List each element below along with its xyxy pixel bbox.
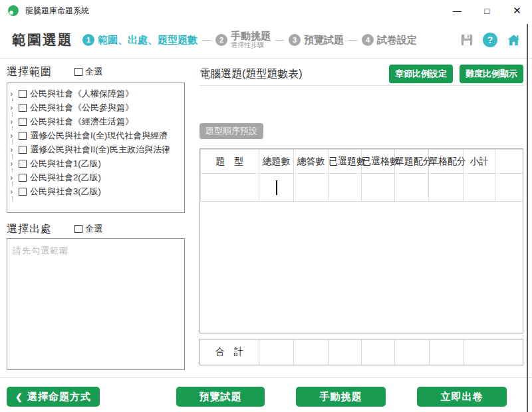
step-item[interactable]: — 2 手動挑題 選擇性步驟 [198,30,271,49]
source-title: 選擇出處 [7,222,52,236]
total-questions-cell[interactable] [259,174,294,202]
home-button[interactable] [506,33,521,47]
choose-method-label: 選擇命題方式 [27,391,91,403]
question-order-tag[interactable]: 題型順序預設 [200,123,263,139]
qtype-cell[interactable] [201,174,259,202]
totals-questions [259,339,293,365]
manual-pick-button[interactable]: 手動挑題 [296,387,386,407]
step-texts: 手動挑題 選擇性步驟 [231,30,271,49]
step-number-badge: 1 [82,34,94,46]
step-separator: — [348,35,357,45]
maximize-button[interactable]: □ [472,0,502,21]
column-header: 已選格數 [362,150,395,174]
tree-item[interactable]: › 公民與社會2(乙版) [7,170,184,184]
step-item[interactable]: — 1 範圍、出處、題型題數 [82,34,198,46]
window-border [527,24,528,412]
step-texts: 試卷設定 [377,34,417,45]
wizard-header: 範圍選題 — 1 範圍、出處、題型題數 — 2 手動挑題 [0,21,532,59]
totals-selected-blanks [361,339,394,365]
expand-chevron-icon[interactable]: › [10,173,18,182]
expand-chevron-icon[interactable]: › [10,89,18,98]
range-select-all[interactable]: 全選 [74,66,102,78]
main-header: 電腦選題(題型題數表) 章節比例設定 難度比例顯示 [200,63,523,85]
total-answers-cell[interactable] [294,174,329,202]
chapter-ratio-button[interactable]: 章節比例設定 [389,65,453,83]
step-texts: 預覽試題 [304,34,344,45]
item-checkbox[interactable] [19,146,27,154]
save-icon[interactable] [460,33,474,47]
main-title: 電腦選題(題型題數表) [200,67,303,81]
tree-item[interactable]: › 公民與社會《經濟生活篇》 [7,114,184,128]
generate-paper-button[interactable]: 立即出卷 [417,387,507,407]
source-select-all[interactable]: 全選 [74,223,102,235]
item-checkbox[interactable] [19,90,27,98]
column-header: 總題數 [259,150,294,174]
tree-item[interactable]: › 選修公民與社會II(全)民主政治與法律 [7,142,184,156]
titlebar: 龍騰題庫命題系統 — □ ✕ [0,0,532,21]
page-title: 範圍選題 [12,31,73,49]
divider [200,85,523,86]
source-placeholder: 請先勾選範圍 [13,246,68,256]
main-panel: 電腦選題(題型題數表) 章節比例設定 難度比例顯示 題型順序預設 題 型總題數總… [200,59,523,365]
step-item[interactable]: — 4 試卷設定 [344,34,417,46]
column-header: 單題配分 [395,150,429,174]
item-checkbox[interactable] [19,188,27,196]
step-label: 手動挑題 [231,30,271,41]
help-button[interactable]: ? [483,33,497,47]
step-number-badge: 2 [215,34,227,46]
expand-chevron-icon[interactable]: › [10,131,18,140]
expand-chevron-icon[interactable]: › [10,159,18,168]
range-tree: › 公民與社會《人權保障篇》 › 公民與社會《公民參與篇》 › 公民與社會《經濟… [7,83,185,213]
expand-chevron-icon[interactable]: › [10,103,18,112]
source-list: 請先勾選範圍 [7,238,185,370]
item-checkbox[interactable] [19,118,27,126]
tree-item[interactable]: › 選修公民與社會I(全)現代社會與經濟 [7,128,184,142]
item-checkbox[interactable] [19,174,27,182]
window-title: 龍騰題庫命題系統 [25,5,89,17]
tree-item[interactable]: › 公民與社會3(乙版) [7,184,184,198]
app-window: 龍騰題庫命題系統 — □ ✕ 範圍選題 — 1 範圍、出處、題型題數 [0,0,532,412]
step-label: 範圍、出處、題型題數 [98,34,198,45]
totals-selected-questions [328,339,361,365]
step-separator: — [275,35,284,45]
item-checkbox[interactable] [19,104,27,112]
ratio-buttons: 章節比例設定 難度比例顯示 [389,65,523,83]
question-type-table: 題 型總題數總答數已選題數已選格數單題配分單格配分小計 [200,148,523,333]
points-per-question-cell[interactable] [395,174,429,202]
item-label: 選修公民與社會II(全)民主政治與法律 [30,144,170,156]
range-header: 選擇範圍 全選 [7,64,185,80]
close-button[interactable]: ✕ [502,0,532,21]
points-per-blank-cell[interactable] [429,174,464,202]
help-icon: ? [487,35,493,45]
range-title: 選擇範圍 [7,65,52,79]
selected-questions-cell[interactable] [329,174,362,202]
item-checkbox[interactable] [19,160,27,168]
tree-item[interactable]: › 公民與社會1(乙版) [7,156,184,170]
item-label: 公民與社會《經濟生活篇》 [30,116,134,128]
selected-blanks-cell[interactable] [362,174,395,202]
preview-questions-button[interactable]: 預覽試題 [176,387,265,407]
totals-label: 合 計 [200,339,259,365]
step-item[interactable]: — 3 預覽試題 [271,34,344,46]
subtotal-cell[interactable] [464,174,495,202]
tree-item[interactable]: › 公民與社會《人權保障篇》 [7,87,184,101]
difficulty-ratio-button[interactable]: 難度比例顯示 [460,65,523,83]
choose-method-button[interactable]: ❮ 選擇命題方式 [7,387,100,407]
checkbox-icon[interactable] [74,225,82,233]
column-header: 總答數 [294,150,329,174]
item-checkbox[interactable] [19,132,27,140]
column-header: 小計 [464,150,495,174]
column-header: 單格配分 [429,150,464,174]
item-label: 選修公民與社會I(全)現代社會與經濟 [30,130,168,142]
expand-chevron-icon[interactable]: › [10,187,18,196]
expand-chevron-icon[interactable]: › [10,145,18,154]
expand-chevron-icon[interactable]: › [10,117,18,126]
column-header: 題 型 [201,150,259,174]
checkbox-icon[interactable] [74,68,82,76]
tree-item[interactable]: › 公民與社會《公民參與篇》 [7,101,184,114]
step-sublabel: 選擇性步驟 [231,41,271,49]
step-number-badge: 3 [289,34,301,46]
totals-subtotal [464,339,523,365]
minimize-button[interactable]: — [442,0,472,21]
item-label: 公民與社會3(乙版) [30,186,101,198]
